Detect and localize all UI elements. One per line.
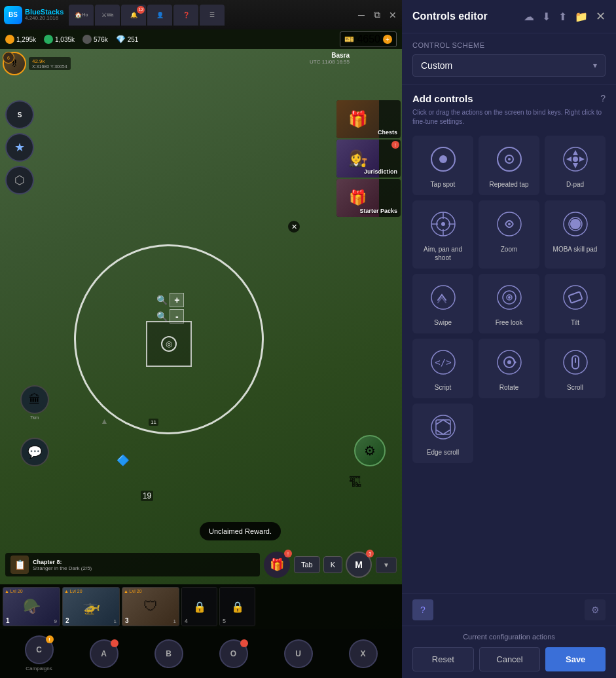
nav-c[interactable]: C ! Campaigns	[25, 635, 54, 671]
minimize-button[interactable]: ─	[356, 10, 367, 20]
troop-group-1: 🔷	[117, 454, 130, 466]
add-controls-description: Click or drag the actions on the screen …	[412, 108, 606, 126]
zoom-plus-button[interactable]: +	[170, 293, 184, 307]
s-button[interactable]: S	[5, 100, 34, 129]
control-rotate[interactable]: Rotate	[479, 339, 539, 398]
unit-slot-4[interactable]: 🔒 4	[181, 587, 217, 626]
oil-resource: 576k	[82, 35, 108, 44]
oil-value: 576k	[94, 36, 108, 43]
city-button[interactable]: 🏛 7km	[20, 385, 49, 420]
close-panel-button[interactable]: ✕	[596, 9, 606, 24]
nav-c-key: C	[36, 645, 42, 654]
unit-slot-5[interactable]: 🔒 5	[219, 587, 255, 626]
bottom-units-bar: 🪖 ▲ Lvl 20 1 9 🚁 ▲ Lvl 20 2 1 🛡 ▲ Lvl 20…	[0, 584, 402, 629]
unit-1-num: 1	[6, 617, 10, 624]
restore-button[interactable]: ⧉	[372, 10, 382, 20]
chests-image: 🎁	[336, 100, 379, 138]
gift-badge: !	[284, 550, 292, 557]
control-tilt[interactable]: Tilt	[545, 274, 606, 333]
special-action-button[interactable]: ⚙	[354, 435, 386, 466]
close-notification-button[interactable]: ✕	[288, 221, 300, 233]
nav-a-badge	[111, 639, 118, 647]
control-moba[interactable]: MOBA skill pad	[545, 200, 606, 269]
tab-war[interactable]: ⚔Wa	[95, 5, 120, 26]
panel-title: Controls editor	[412, 10, 488, 22]
scheme-dropdown[interactable]: Custom ▾	[412, 54, 606, 77]
tab-home[interactable]: 🏠Ho	[69, 5, 94, 26]
control-edge-scroll[interactable]: Edge scroll	[412, 404, 473, 463]
tab-bar: 🏠Ho ⚔Wa 🔔 12 👤 ❓ ☰	[69, 5, 356, 26]
control-aim[interactable]: Aim, pan and shoot	[412, 200, 473, 269]
notification-chests[interactable]: 🎁 Chests	[336, 100, 401, 138]
reward-text: Unclaimed Reward.	[209, 527, 272, 535]
bluestacks-logo: BS BlueStacks 4.240.20.1016	[4, 6, 63, 24]
zoom-label: Zoom	[501, 245, 518, 254]
tab-profile[interactable]: 👤	[147, 5, 172, 26]
control-scroll[interactable]: Scroll	[545, 339, 606, 398]
game-panel: BS BlueStacks 4.240.20.1016 🏠Ho ⚔Wa 🔔 12…	[0, 0, 402, 678]
script-label: Script	[435, 383, 452, 392]
scheme-selected: Custom	[421, 60, 452, 71]
game-area: 🎖 42.9k X:31680 Y:30054 6 Basra UTC 11/0…	[0, 49, 402, 629]
unit-4-num: 4	[185, 618, 188, 624]
edge-scroll-icon	[427, 411, 459, 443]
control-script[interactable]: </> Script	[412, 339, 473, 398]
reward-popup: Unclaimed Reward.	[200, 522, 281, 540]
save-button[interactable]: Save	[545, 647, 606, 671]
action-row: 📋 Chapter 8: Stranger in the Dark (2/5) …	[0, 548, 402, 581]
unit-3-key: 1	[173, 618, 176, 624]
scheme-section: Control scheme Custom ▾	[402, 33, 616, 85]
panel-bottom-icons: ? ⚙	[402, 593, 616, 626]
control-tap-spot[interactable]: Tap spot	[412, 136, 473, 195]
nav-b[interactable]: B	[154, 639, 183, 668]
unit-slot-1[interactable]: 🪖 ▲ Lvl 20 1 9	[3, 587, 60, 626]
tab-menu[interactable]: ☰	[200, 5, 225, 26]
svg-rect-40	[436, 420, 450, 434]
notification-jurisdiction[interactable]: 👩‍⚖️ Jurisdiction !	[336, 140, 401, 178]
close-window-button[interactable]: ✕	[388, 10, 398, 20]
share-icon[interactable]: ⬆	[558, 10, 567, 23]
nav-u[interactable]: U	[284, 639, 313, 668]
upload-icon[interactable]: ☁	[524, 10, 534, 23]
nav-x-key: X	[360, 649, 365, 658]
settings-icon[interactable]: ⚙	[585, 599, 606, 620]
dpad-control[interactable]: ◎	[146, 321, 192, 367]
k-button[interactable]: K	[323, 556, 342, 573]
stars-button[interactable]: ★	[5, 133, 34, 162]
nav-x[interactable]: X	[349, 639, 378, 668]
logo-icon: BS	[4, 6, 22, 24]
nav-b-key: B	[166, 649, 172, 658]
cancel-button[interactable]: Cancel	[479, 647, 541, 671]
reset-button[interactable]: Reset	[412, 647, 474, 671]
control-freelook[interactable]: Free look	[479, 274, 539, 333]
tab-button[interactable]: Tab	[294, 556, 320, 573]
notification-badge: 12	[137, 6, 145, 14]
scheme-label: Control scheme	[412, 41, 606, 49]
control-swipe[interactable]: Swipe	[412, 274, 473, 333]
unit-slot-2[interactable]: 🚁 ▲ Lvl 20 2 1	[62, 587, 120, 626]
player-alliance: 42.9k	[32, 58, 67, 64]
notification-starter-packs[interactable]: 🎁 Starter Packs	[336, 179, 401, 217]
unit-slot-3[interactable]: 🛡 ▲ Lvl 20 3 1	[122, 587, 179, 626]
tab-help[interactable]: ❓	[173, 5, 198, 26]
add-resource-button[interactable]: +	[383, 35, 392, 44]
chat-button[interactable]: 💬	[20, 438, 49, 466]
control-repeated-tap[interactable]: Repeated tap	[479, 136, 539, 195]
folder-icon[interactable]: 📁	[575, 10, 588, 23]
location-time: UTC 11/08 16:55	[310, 59, 350, 65]
tab-notifications[interactable]: 🔔 12	[121, 5, 146, 26]
rank-button[interactable]: ⬡	[5, 166, 34, 195]
nav-a[interactable]: A	[90, 639, 118, 668]
control-zoom[interactable]: Zoom	[479, 200, 539, 269]
help-icon[interactable]: ?	[600, 93, 606, 104]
scroll-down-button[interactable]: ▼	[376, 557, 397, 573]
quest-bar: 📋 Chapter 8: Stranger in the Dark (2/5)	[5, 553, 260, 576]
edge-scroll-label: Edge scroll	[427, 448, 459, 457]
quest-subtitle: Stranger in the Dark (2/5)	[33, 565, 92, 571]
help-button[interactable]: ?	[412, 599, 433, 620]
gold-resource: 1,295k	[5, 35, 36, 44]
control-dpad[interactable]: D-pad	[545, 136, 606, 195]
download-icon[interactable]: ⬇	[542, 10, 551, 23]
nav-o[interactable]: O	[219, 639, 248, 668]
top-bar: BS BlueStacks 4.240.20.1016 🏠Ho ⚔Wa 🔔 12…	[0, 0, 402, 29]
